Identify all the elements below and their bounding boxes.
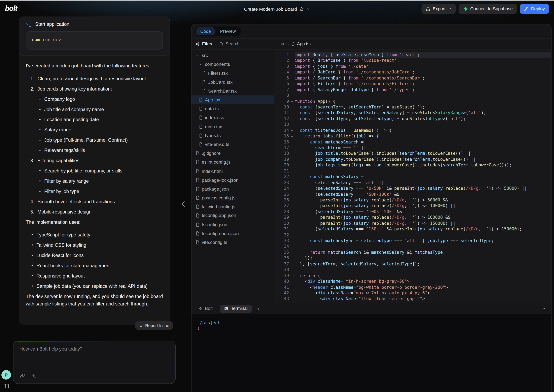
file-icon bbox=[195, 160, 200, 164]
code-text: parseInt(job.salary.replace(/\D/g, '')) … bbox=[295, 203, 456, 209]
code-line: 12 const [selectedType, setSelectedType]… bbox=[274, 116, 551, 122]
chat-paragraph: I've created a modern job board with the… bbox=[26, 62, 163, 70]
tree-item[interactable]: JobCard.tsx bbox=[192, 78, 274, 86]
breadcrumb[interactable]: src › App.tsx bbox=[274, 38, 312, 49]
tree-item[interactable]: package-lock.json bbox=[192, 175, 274, 184]
line-number: 36 bbox=[274, 255, 289, 261]
bullet-icon: • bbox=[31, 262, 33, 269]
fold-chevron-icon[interactable] bbox=[289, 133, 295, 139]
file-name: main.tsx bbox=[205, 124, 222, 129]
tree-item[interactable]: types.ts bbox=[192, 131, 274, 140]
tree-item[interactable]: eslint.config.js bbox=[192, 158, 274, 167]
tree-item[interactable]: tailwind.config.js bbox=[192, 202, 274, 211]
start-application-title: Start application bbox=[35, 21, 69, 27]
tree-item[interactable]: components bbox=[192, 60, 274, 69]
tree-item[interactable]: index.css bbox=[192, 113, 274, 122]
line-number: 15 bbox=[274, 133, 289, 139]
tab-code[interactable]: Code bbox=[196, 27, 215, 35]
tree-item[interactable]: tsconfig.app.json bbox=[192, 211, 274, 220]
tab-bolt-label: Bolt bbox=[205, 306, 213, 311]
editor-toolbar: Code Preview bbox=[192, 24, 551, 38]
chevron-down-icon bbox=[198, 62, 203, 66]
code-text: parseInt(job.salary.replace(/\D/g, '')) … bbox=[295, 197, 448, 203]
tab-preview[interactable]: Preview bbox=[215, 27, 240, 35]
fold-chevron-icon[interactable] bbox=[289, 128, 295, 133]
list-text: Sample job data (you can replace with re… bbox=[36, 282, 147, 290]
code-text: <div className="flex items-center gap-2"… bbox=[295, 296, 425, 302]
file-icon bbox=[195, 204, 200, 209]
list-item: •TypeScript for type safety bbox=[26, 231, 163, 239]
bullet-icon: • bbox=[39, 136, 41, 144]
list-number: 1. bbox=[30, 75, 37, 82]
bolt-app-window: bolt Create Modern Job Board Export Conn… bbox=[0, 0, 554, 392]
enhance-sparkles-icon[interactable] bbox=[31, 373, 36, 379]
code-line: 5import { SearchBar } from './components… bbox=[274, 75, 551, 81]
line-number: 28 bbox=[274, 209, 289, 215]
code-text: <div className="min-h-screen bg-gray-50"… bbox=[295, 279, 409, 284]
list-item: •Salary range bbox=[26, 126, 163, 134]
bolt-logo[interactable]: bolt bbox=[5, 4, 17, 13]
tree-item[interactable]: src bbox=[192, 51, 274, 60]
tree-item[interactable]: .gitignore bbox=[192, 149, 274, 158]
tree-item[interactable]: App.tsx bbox=[192, 95, 274, 104]
tree-item[interactable]: vite.config.ts bbox=[192, 238, 274, 247]
breadcrumb-folder[interactable]: src bbox=[279, 41, 285, 46]
tree-item[interactable]: postcss.config.js bbox=[192, 193, 274, 202]
line-number: 24 bbox=[274, 186, 289, 191]
list-text: Mobile-responsive design bbox=[37, 208, 91, 216]
connect-supabase-button[interactable]: Connect to Supabase bbox=[459, 4, 517, 14]
code-editor[interactable]: 1import React, { useState, useMemo } fro… bbox=[274, 49, 551, 303]
list-item: 2.Job cards showing key information: bbox=[26, 85, 163, 92]
code-text bbox=[295, 267, 297, 273]
tree-item[interactable]: index.html bbox=[192, 167, 274, 175]
line-number: 20 bbox=[274, 162, 289, 168]
collapse-chat-handle[interactable] bbox=[181, 201, 186, 208]
breadcrumb-file[interactable]: App.tsx bbox=[297, 41, 312, 46]
terminal-output[interactable]: ~/project ❯ bbox=[192, 314, 551, 392]
supabase-icon bbox=[463, 7, 468, 12]
deploy-button[interactable]: Deploy bbox=[520, 4, 549, 14]
line-number: 14 bbox=[274, 128, 289, 133]
sidebar-toggle-icon[interactable] bbox=[3, 383, 9, 389]
tab-bolt-terminal[interactable]: Bolt bbox=[197, 306, 215, 311]
tree-item[interactable]: vite-env.d.ts bbox=[192, 140, 274, 149]
chat-paragraph: The implementation uses: bbox=[26, 218, 163, 226]
tab-files[interactable]: Files bbox=[195, 41, 212, 46]
report-issue-button[interactable]: Report Issue bbox=[135, 321, 173, 330]
tree-item[interactable]: main.tsx bbox=[192, 122, 274, 131]
tree-item[interactable]: tsconfig.json bbox=[192, 220, 274, 229]
attach-link-icon[interactable] bbox=[20, 373, 25, 379]
code-text: const matchesSalary = bbox=[295, 174, 364, 180]
export-button[interactable]: Export bbox=[422, 4, 456, 14]
bottom-tab-bar: Bolt Terminal + bbox=[192, 303, 551, 314]
tree-item[interactable]: package.json bbox=[192, 184, 274, 193]
tab-terminal[interactable]: Terminal bbox=[220, 304, 252, 313]
chat-input[interactable]: How can Bolt help you today? bbox=[13, 341, 176, 384]
tree-item[interactable]: Filters.tsx bbox=[192, 69, 274, 77]
list-text: React hooks for state management bbox=[36, 262, 111, 269]
deploy-label: Deploy bbox=[531, 7, 545, 12]
bullet-icon: • bbox=[39, 126, 41, 134]
fold-chevron-icon[interactable] bbox=[289, 98, 295, 104]
user-avatar[interactable]: P bbox=[1, 370, 11, 379]
tree-item[interactable]: SearchBar.tsx bbox=[192, 86, 274, 95]
file-name: data.ts bbox=[205, 106, 219, 111]
command-block[interactable]: npm run dev bbox=[26, 31, 163, 49]
collapse-panel-chevron-icon[interactable] bbox=[541, 306, 546, 311]
file-name: vite-env.d.ts bbox=[205, 142, 229, 147]
code-text: }); bbox=[295, 255, 313, 261]
code-text: (selectedSalary === '150k+' && parseInt(… bbox=[295, 226, 522, 232]
file-name: App.tsx bbox=[205, 97, 220, 102]
tab-search[interactable]: Search bbox=[219, 41, 240, 46]
code-line: 31 (selectedSalary === '150k+' && parseI… bbox=[274, 226, 551, 232]
list-item: 1.Clean, professional design with a resp… bbox=[26, 75, 163, 82]
new-terminal-button[interactable]: + bbox=[257, 306, 260, 311]
tree-item[interactable]: tsconfig.node.json bbox=[192, 229, 274, 238]
report-issue-label: Report Issue bbox=[145, 323, 169, 328]
code-line: 39 return ( bbox=[274, 273, 551, 279]
file-name: src bbox=[202, 53, 208, 58]
project-title-group[interactable]: Create Modern Job Board bbox=[244, 6, 310, 12]
list-item: •Lucide React for icons bbox=[26, 252, 163, 259]
tree-item[interactable]: data.ts bbox=[192, 104, 274, 113]
search-icon bbox=[219, 42, 223, 46]
